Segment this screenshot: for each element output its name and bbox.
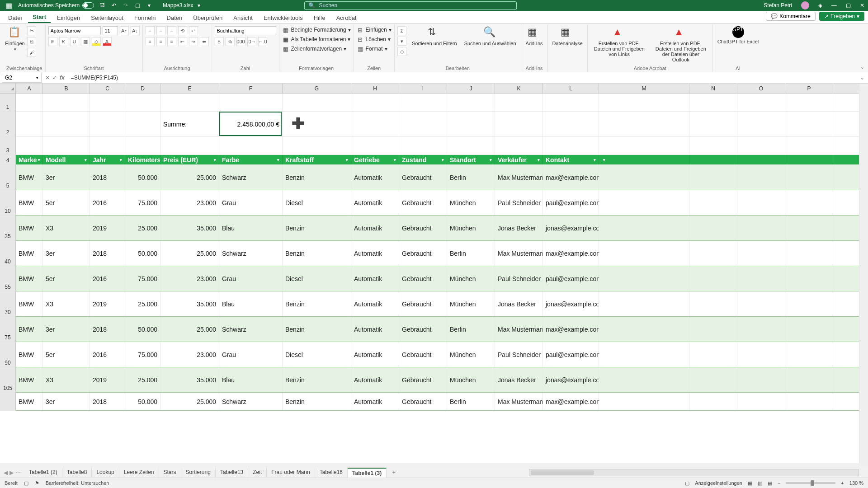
cell[interactable]: BMW xyxy=(16,367,43,392)
sheet-tab[interactable]: Sortierung xyxy=(181,468,216,478)
cell[interactable] xyxy=(689,367,737,392)
avatar[interactable] xyxy=(801,1,809,9)
row-header[interactable]: 3 xyxy=(0,137,16,155)
cell[interactable] xyxy=(399,112,447,136)
sheet-tab[interactable]: Tabelle13 xyxy=(216,468,248,478)
cell[interactable]: 2016 xyxy=(90,190,125,215)
cell[interactable] xyxy=(785,137,833,155)
col-header-C[interactable]: C xyxy=(90,84,125,93)
decrease-font-icon[interactable]: A↓ xyxy=(131,26,140,35)
cell[interactable]: BMW xyxy=(16,165,43,190)
cell[interactable]: Automatik xyxy=(351,317,399,342)
comma-icon[interactable]: 000 xyxy=(236,37,245,46)
cell[interactable]: Benzin xyxy=(283,393,351,410)
cell[interactable]: Automatik xyxy=(351,190,399,215)
cell[interactable]: München xyxy=(447,266,495,291)
row-header[interactable]: 55 xyxy=(0,266,16,291)
filter-dropdown-icon[interactable]: ▾ xyxy=(214,158,216,162)
cell[interactable]: paul@example.com xyxy=(543,266,599,291)
row-header[interactable]: 75 xyxy=(0,317,16,342)
cell[interactable]: paul@example.com xyxy=(543,190,599,215)
cell[interactable]: X3 xyxy=(43,216,90,240)
cell[interactable]: 35.000 xyxy=(160,216,219,240)
cell[interactable]: BMW xyxy=(16,317,43,342)
cell[interactable] xyxy=(495,94,543,111)
cell[interactable]: Kilometerstand▾ xyxy=(125,155,160,164)
cell[interactable]: Max Mustermann xyxy=(495,165,543,190)
collapse-ribbon-icon[interactable]: ⌄ xyxy=(860,64,864,70)
cell[interactable] xyxy=(599,165,689,190)
filename-dropdown-icon[interactable]: ▾ xyxy=(198,2,200,9)
cell[interactable]: X3 xyxy=(43,367,90,392)
cell[interactable]: Gebraucht xyxy=(399,190,447,215)
filter-dropdown-icon[interactable]: ▾ xyxy=(277,158,279,162)
cell[interactable] xyxy=(219,137,283,155)
font-color-icon[interactable]: A xyxy=(103,37,112,46)
menu-tab-einfügen[interactable]: Einfügen xyxy=(52,13,85,23)
cell[interactable]: München xyxy=(447,190,495,215)
cell[interactable]: Automatik xyxy=(351,165,399,190)
cell[interactable] xyxy=(495,112,543,136)
column-headers[interactable]: ABCDEFGHIJKLMNOP xyxy=(16,84,859,94)
cell[interactable] xyxy=(689,317,737,342)
increase-font-icon[interactable]: A↑ xyxy=(120,26,129,35)
filter-dropdown-icon[interactable]: ▾ xyxy=(538,158,540,162)
menu-tab-datei[interactable]: Datei xyxy=(4,13,26,23)
cell[interactable] xyxy=(599,393,689,410)
col-header-I[interactable]: I xyxy=(399,84,447,93)
zoom-level[interactable]: 130 % xyxy=(849,480,863,486)
zoom-slider[interactable] xyxy=(786,482,835,484)
cell[interactable] xyxy=(689,266,737,291)
cell[interactable] xyxy=(219,94,283,111)
page-layout-view-icon[interactable]: ▥ xyxy=(758,480,762,486)
cell[interactable]: 50.000 xyxy=(125,241,160,266)
align-center-icon[interactable]: ≡ xyxy=(156,37,165,46)
camera-icon[interactable]: ▢ xyxy=(134,2,141,9)
cell[interactable]: Blau xyxy=(219,367,283,392)
menu-tab-hilfe[interactable]: Hilfe xyxy=(309,13,330,23)
cell[interactable]: 2016 xyxy=(90,266,125,291)
row-header[interactable]: 4 xyxy=(0,155,16,165)
cell[interactable] xyxy=(689,216,737,240)
cell[interactable] xyxy=(16,137,43,155)
cell[interactable]: max@example.com xyxy=(543,393,599,410)
sheet-nav-next-icon[interactable]: ▶ xyxy=(9,469,14,476)
cell[interactable]: Automatik xyxy=(351,291,399,316)
filter-dropdown-icon[interactable]: ▾ xyxy=(85,158,87,162)
cell[interactable] xyxy=(599,216,689,240)
cell[interactable]: 3er xyxy=(43,317,90,342)
cell[interactable]: Getriebe▾ xyxy=(351,155,399,164)
cell[interactable] xyxy=(90,112,125,136)
cell[interactable]: 5er xyxy=(43,266,90,291)
cell[interactable]: max@example.com xyxy=(543,241,599,266)
row-header[interactable]: 40 xyxy=(0,241,16,266)
menu-tab-acrobat[interactable]: Acrobat xyxy=(332,13,361,23)
cell[interactable]: jonas@example.com xyxy=(543,216,599,240)
cut-icon[interactable]: ✂ xyxy=(27,26,36,35)
cell[interactable]: Automatik xyxy=(351,266,399,291)
increase-indent-icon[interactable]: ⇥ xyxy=(189,37,198,46)
cell[interactable]: 2018 xyxy=(90,241,125,266)
cell[interactable]: Gebraucht xyxy=(399,342,447,367)
cell[interactable] xyxy=(737,291,785,316)
format-as-table-button[interactable]: ▦Als Tabelle formatieren ▾ xyxy=(282,36,351,43)
cell[interactable] xyxy=(43,112,90,136)
cell[interactable]: 25.000 xyxy=(160,241,219,266)
cell[interactable]: 3er xyxy=(43,241,90,266)
cell[interactable]: Benzin xyxy=(283,216,351,240)
cell[interactable]: Automatik xyxy=(351,241,399,266)
row-headers[interactable]: 1234510354055707590105 xyxy=(0,94,16,463)
autosave-toggle[interactable]: Automatisches Speichern xyxy=(18,2,94,9)
cell[interactable]: Blau xyxy=(219,291,283,316)
cell[interactable]: 25.000 xyxy=(125,291,160,316)
zoom-out-icon[interactable]: − xyxy=(778,480,780,486)
cell[interactable] xyxy=(737,155,785,164)
normal-view-icon[interactable]: ▦ xyxy=(748,480,752,486)
autosum-icon[interactable]: Σ xyxy=(397,26,406,35)
cell[interactable]: 25.000 xyxy=(160,317,219,342)
copy-icon[interactable]: ⎘ xyxy=(27,37,36,46)
cell[interactable] xyxy=(689,393,737,410)
cell[interactable]: max@example.com xyxy=(543,317,599,342)
cell[interactable] xyxy=(689,190,737,215)
col-header-B[interactable]: B xyxy=(43,84,90,93)
